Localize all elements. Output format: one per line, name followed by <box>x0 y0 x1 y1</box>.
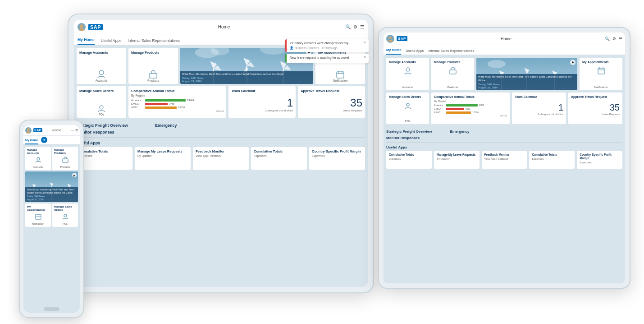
small-tile-row-1: Manage Accounts Accounts Manage Products <box>386 58 622 90</box>
svg-point-0 <box>80 24 83 28</box>
bar-apac <box>145 106 177 109</box>
small-settings-icon[interactable]: ⚙ <box>612 37 616 41</box>
volume-button-1 <box>630 109 630 127</box>
svg-rect-54 <box>36 214 41 219</box>
small-nav-my-home[interactable]: My Home <box>386 48 401 55</box>
tile-travel-request[interactable]: Approve Travel Request 35 Leave Requests <box>298 86 365 118</box>
small-tile-products[interactable]: Manage Products Products <box>431 58 474 90</box>
useful-tile-2[interactable]: Manage My Leave Requests By Quarter <box>135 147 191 170</box>
sap-logo: SAP <box>88 24 103 30</box>
small-tile-accounts[interactable]: Manage Accounts Accounts <box>386 58 429 90</box>
svg-rect-28 <box>450 70 456 74</box>
small-useful-1[interactable]: Cumulative Totals Expenses <box>386 151 432 169</box>
phone-chevron[interactable]: ▼ <box>41 137 47 143</box>
small-news-overlay: Wind Map: Monitoring Real-Time and Fore-… <box>476 74 577 90</box>
phone-header-icons[interactable]: ⋯ ☰ <box>71 129 78 132</box>
phone-tile-accounts[interactable]: Manage Accounts Accounts <box>25 147 51 170</box>
small-tablet-content: Manage Accounts Accounts Manage Products <box>384 55 625 283</box>
svg-point-1 <box>79 28 84 31</box>
header-icons[interactable]: 🔍 ⚙ ☰ <box>345 24 364 29</box>
useful-tile-4[interactable]: Cumulative Totals Expenses <box>251 147 307 170</box>
phone-nav-home[interactable]: My Home <box>25 139 38 144</box>
small-divider <box>386 142 622 143</box>
settings-icon[interactable]: ⚙ <box>353 24 357 29</box>
news-subtitle: Today, SAP News <box>182 77 311 79</box>
scene: SAP Home 🔍 ⚙ ☰ My Home Useful Apps Inter… <box>0 0 644 324</box>
small-tile-news[interactable]: ▶ Wind Map: Monitoring Real-Time and For… <box>476 58 577 90</box>
phone: SAP Home ⋯ ☰ My Home ▼ <box>19 120 84 318</box>
small-sales-icon <box>389 102 426 111</box>
tile-manage-products[interactable]: Manage Products Products <box>128 48 178 84</box>
small-header-icons[interactable]: 🔍 ⚙ ☰ <box>605 37 622 41</box>
phone-tile-appointments[interactable]: My Appointments Notification <box>25 204 51 227</box>
useful-tile-1[interactable]: Cumulative Totals Expenses <box>77 147 132 170</box>
news-title: Wind Map: Monitoring Real-Time and Fore-… <box>182 73 311 76</box>
phone-settings-icon[interactable]: ☰ <box>75 129 78 132</box>
phone-tile-products[interactable]: Manage Products Products <box>52 147 78 170</box>
phone-home-button[interactable] <box>44 307 59 311</box>
small-useful-4[interactable]: Cumulative Totals Expenses <box>529 151 575 169</box>
small-menu-icon[interactable]: ☰ <box>619 37 622 41</box>
nav-internal-sales[interactable]: Internal Sales Representatives <box>128 38 180 45</box>
notif-title-1: 2 Primary contacts were changed recently <box>290 42 365 45</box>
small-useful-2[interactable]: Manage My Leave Requests By Quarter <box>434 151 480 169</box>
actual-label: Actual <box>131 110 224 112</box>
nav-useful-apps[interactable]: Useful Apps <box>101 38 121 45</box>
small-tile-travel[interactable]: Approve Travel Request 35 Leave Requests <box>568 93 622 124</box>
notification-panel: ✕ 2 Primary contacts were changed recent… <box>285 39 369 65</box>
small-sap-logo: SAP <box>397 36 407 41</box>
small-calendar-icon <box>582 67 620 77</box>
tile-team-calendar[interactable]: Team Calendar 1 Colleagues out of office <box>228 86 296 118</box>
large-tablet: SAP Home 🔍 ⚙ ☰ My Home Useful Apps Inter… <box>68 14 374 293</box>
header-title: Home <box>105 24 343 29</box>
pos-label: POs <box>77 113 126 116</box>
small-nav-useful-apps[interactable]: Useful Apps <box>406 49 424 55</box>
phone-products-icon <box>54 157 76 165</box>
nav-my-home[interactable]: My Home <box>78 37 95 45</box>
notif-icon-1: 👤 <box>290 46 293 50</box>
chart-row-america: America 234M <box>131 99 224 102</box>
small-useful-5[interactable]: Country-Specific Profit Margin Expenses <box>577 151 622 169</box>
avatar <box>78 23 86 31</box>
svg-point-24 <box>100 106 103 109</box>
small-tablet-header: SAP Home 🔍 ⚙ ☰ <box>384 32 625 45</box>
useful-tile-5[interactable]: Country-Specific Profit Margin Expenses <box>309 147 365 170</box>
small-products-icon <box>434 67 471 77</box>
notif-sub-1: 👤 Business Contacts · 17 mins ago <box>290 46 365 50</box>
small-header-title: Home <box>410 37 603 41</box>
phone-tile-sales[interactable]: Manage Sales Orders POs <box>52 204 78 227</box>
news-date: August 21, 2016 <box>182 80 311 83</box>
svg-point-27 <box>406 68 410 71</box>
phone-news-overlay: Wind Map: Monitoring Real-Time and Fore-… <box>25 187 78 202</box>
small-tile-appointments[interactable]: My Appointments Notification <box>580 58 622 90</box>
notif-card-1: ✕ 2 Primary contacts were changed recent… <box>285 39 369 52</box>
small-tile-row-2: Manage Sales Orders POs Comparative Annu… <box>386 93 622 124</box>
small-useful-3[interactable]: Feedback Monitor View App Feedback <box>482 151 527 169</box>
section-headers: Strategic Freight Overview Emergency <box>77 120 365 129</box>
small-tablet-screen: SAP Home 🔍 ⚙ ☰ My Home Useful Apps Inter… <box>384 32 625 283</box>
menu-icon[interactable]: ☰ <box>360 24 364 29</box>
small-tile-team-cal[interactable]: Team Calendar 1 Colleagues out of office <box>512 93 566 124</box>
tile-annual-totals[interactable]: Comparative Annual Totals By Region Amer… <box>128 86 226 118</box>
phone-tile-news[interactable]: ▶ Wind Map: Monitoring Real-Time and For… <box>25 171 78 202</box>
svg-point-25 <box>389 37 392 39</box>
small-play-button[interactable]: ▶ <box>570 60 575 65</box>
useful-tile-3[interactable]: Feedback Monitor View App Feedback <box>193 147 249 170</box>
useful-apps-header: Useful Apps <box>77 139 365 147</box>
small-tile-chart[interactable]: Comparative Annual Totals By Region Amer… <box>431 93 510 124</box>
phone-play-button[interactable]: ▶ <box>72 173 77 177</box>
tile-manage-accounts[interactable]: Manage Accounts Accounts <box>77 48 126 84</box>
search-icon[interactable]: 🔍 <box>345 24 351 29</box>
svg-point-58 <box>64 214 67 217</box>
colleagues-count: 1 <box>231 97 293 109</box>
small-search-icon[interactable]: 🔍 <box>605 37 610 41</box>
phone-menu-icon[interactable]: ⋯ <box>71 129 74 132</box>
phone-tile-row-1: Manage Accounts Accounts Manage Products <box>25 147 78 170</box>
tile-sales-orders[interactable]: Manage Sales Orders POs <box>77 86 126 118</box>
small-section-headers: Strategic Freight Overview Emergency <box>386 126 622 135</box>
notif-close-1[interactable]: ✕ <box>363 41 366 45</box>
notif-close-2[interactable]: ✕ <box>363 55 366 59</box>
small-tile-sales[interactable]: Manage Sales Orders POs <box>386 93 429 124</box>
small-nav-internal-sales[interactable]: Internal Sales Representatives <box>428 49 474 55</box>
small-section-emergency: Emergency <box>450 128 469 134</box>
